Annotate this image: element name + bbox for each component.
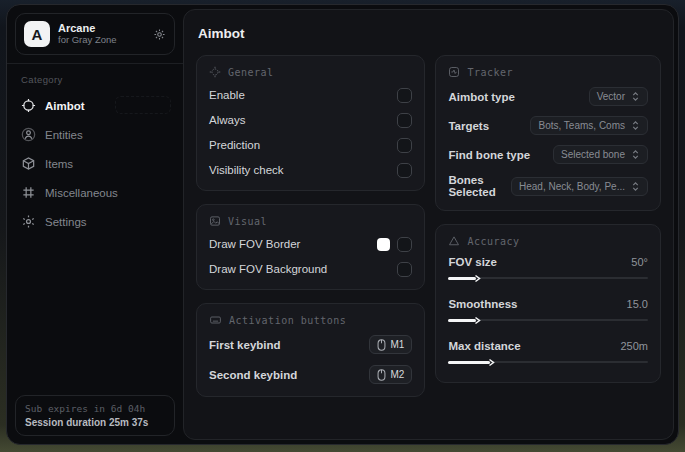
sidebar-divider — [7, 63, 183, 64]
person-scan-icon — [21, 127, 36, 142]
enable-checkbox[interactable] — [397, 88, 412, 103]
sidebar-item-aimbot[interactable]: Aimbot — [15, 91, 175, 120]
panel-title: Tracker — [467, 67, 513, 78]
sidebar-nav: Aimbot Entities Items — [15, 91, 175, 236]
visual-panel: Visual Draw FOV Border Draw FOV Backgrou… — [196, 204, 425, 290]
app-window: A Arcane for Gray Zone Category — [6, 4, 679, 445]
activation-buttons-panel: Activation buttons First keybind — [196, 303, 425, 397]
bones-selected-select[interactable]: Head, Neck, Body, Pe... — [511, 177, 648, 196]
smoothness-value: 15.0 — [627, 298, 648, 310]
setting-row: First keybind M1 — [209, 335, 412, 354]
sidebar-item-label: Aimbot — [45, 100, 85, 112]
max-distance-slider[interactable] — [448, 358, 648, 367]
unfold-icon — [631, 181, 640, 192]
select-value: Bots, Teams, Coms — [538, 120, 625, 131]
slider-arrow-icon — [474, 316, 481, 325]
select-value: Vector — [597, 91, 625, 102]
max-distance-value: 250m — [620, 340, 648, 352]
unfold-icon — [631, 149, 640, 160]
always-checkbox[interactable] — [397, 113, 412, 128]
setting-row: Second keybind M2 — [209, 365, 412, 384]
setting-row: Targets Bots, Teams, Coms — [448, 116, 648, 135]
unfold-icon — [631, 120, 640, 131]
ghost-badge — [115, 96, 171, 114]
brand-gear-icon[interactable] — [153, 28, 166, 41]
image-icon — [209, 215, 221, 227]
slider-arrow-icon — [488, 358, 495, 367]
setting-row: Aimbot type Vector — [448, 87, 648, 106]
mouse-icon — [377, 339, 386, 351]
panel-title: General — [228, 67, 274, 78]
sidebar-item-label: Entities — [45, 129, 83, 141]
sidebar-item-items[interactable]: Items — [15, 149, 175, 178]
brand-card: A Arcane for Gray Zone — [15, 13, 175, 55]
setting-row: Find bone type Selected bone — [448, 145, 648, 164]
scan-crosshair-icon — [209, 66, 221, 78]
panel-title: Accuracy — [467, 236, 519, 247]
visibility-check-checkbox[interactable] — [397, 163, 412, 178]
second-keybind-button[interactable]: M2 — [369, 365, 413, 384]
sidebar-item-label: Miscellaneous — [45, 187, 118, 199]
sub-expiry-text: Sub expires in 6d 04h — [25, 403, 165, 414]
activity-icon — [448, 66, 460, 78]
tracker-panel: Tracker Aimbot type Vector — [435, 55, 661, 211]
sidebar: A Arcane for Gray Zone Category — [7, 5, 183, 444]
hash-icon — [21, 185, 36, 200]
keyboard-icon — [209, 314, 222, 326]
sidebar-item-label: Items — [45, 158, 73, 170]
keybind-value: M2 — [391, 369, 405, 380]
session-duration-text: Session duration 25m 37s — [25, 417, 165, 428]
sidebar-item-settings[interactable]: Settings — [15, 207, 175, 236]
unfold-icon — [631, 91, 640, 102]
sidebar-item-label: Settings — [45, 216, 87, 228]
find-bone-type-select[interactable]: Selected bone — [553, 145, 648, 164]
select-value: Selected bone — [561, 149, 625, 160]
triangle-icon — [448, 235, 460, 247]
setting-row: FOV size 50° — [448, 256, 648, 283]
first-keybind-button[interactable]: M1 — [369, 335, 413, 354]
category-label: Category — [21, 74, 169, 85]
app-logo: A — [24, 21, 50, 47]
package-icon — [21, 156, 36, 171]
setting-row: Prediction — [209, 137, 412, 153]
page-title: Aimbot — [198, 26, 661, 41]
sidebar-item-entities[interactable]: Entities — [15, 120, 175, 149]
app-name: Arcane — [58, 22, 145, 35]
setting-row: Smoothness 15.0 — [448, 298, 648, 325]
panel-title: Visual — [228, 216, 267, 227]
aimbot-type-select[interactable]: Vector — [589, 87, 648, 106]
app-subtitle: for Gray Zone — [58, 35, 145, 46]
general-panel: General Enable Always Prediction — [196, 55, 425, 191]
gear-icon — [21, 214, 36, 229]
keybind-value: M1 — [391, 339, 405, 350]
select-value: Head, Neck, Body, Pe... — [519, 181, 625, 192]
fov-size-value: 50° — [631, 256, 648, 268]
prediction-checkbox[interactable] — [397, 138, 412, 153]
main-panel: Aimbot General Enable — [183, 9, 674, 440]
setting-row: Draw FOV Border — [209, 236, 412, 252]
panel-title: Activation buttons — [229, 315, 346, 326]
mouse-icon — [377, 369, 386, 381]
targets-select[interactable]: Bots, Teams, Coms — [530, 116, 648, 135]
setting-row: Max distance 250m — [448, 340, 648, 367]
fov-border-checkbox[interactable] — [397, 237, 412, 252]
fov-size-slider[interactable] — [448, 274, 648, 283]
subscription-card: Sub expires in 6d 04h Session duration 2… — [15, 395, 175, 436]
slider-arrow-icon — [474, 274, 481, 283]
fov-background-checkbox[interactable] — [397, 262, 412, 277]
setting-row: Enable — [209, 87, 412, 103]
fov-border-color-swatch[interactable] — [377, 238, 390, 251]
smoothness-slider[interactable] — [448, 316, 648, 325]
accuracy-panel: Accuracy FOV size 50° — [435, 224, 661, 383]
crosshair-icon — [21, 98, 36, 113]
setting-row: Draw FOV Background — [209, 261, 412, 277]
setting-row: Always — [209, 112, 412, 128]
setting-row: Bones Selected Head, Neck, Body, Pe... — [448, 174, 648, 198]
sidebar-item-miscellaneous[interactable]: Miscellaneous — [15, 178, 175, 207]
setting-row: Visibility check — [209, 162, 412, 178]
